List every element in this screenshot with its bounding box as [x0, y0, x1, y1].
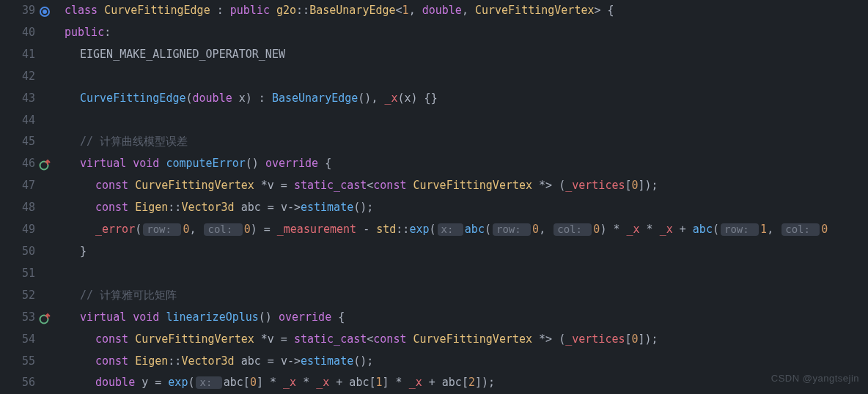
implements-icon[interactable]	[38, 4, 51, 18]
line-number[interactable]: 42	[0, 66, 51, 88]
svg-point-1	[43, 10, 46, 13]
token-pun: ();	[353, 201, 373, 214]
code-line[interactable]: virtual void computeError() override {	[65, 153, 868, 175]
token-op: ->	[287, 201, 301, 214]
token-ident: abc	[241, 354, 261, 368]
token-pun: (	[552, 332, 565, 346]
token-fn: abc	[465, 223, 485, 236]
code-line[interactable]: public:	[65, 22, 868, 44]
line-number[interactable]: 55	[0, 351, 51, 373]
line-number-gutter[interactable]: 394041424344454647484950515253545556	[0, 0, 57, 394]
token-pun: {}	[418, 92, 438, 105]
line-number[interactable]: 40	[0, 22, 51, 44]
token-field: _x	[384, 92, 397, 105]
line-number[interactable]: 51	[0, 263, 51, 285]
line-number[interactable]: 54	[0, 329, 51, 351]
line-number[interactable]: 41	[0, 44, 51, 66]
token-pun: [	[462, 376, 468, 389]
token-pun: ,	[189, 223, 202, 236]
token-pun: ,	[767, 223, 780, 236]
code-line[interactable]: _error(row: 0, col: 0) = _measurement - …	[65, 219, 868, 241]
token-type: CurveFittingVertex	[413, 179, 540, 192]
token-ident: v	[268, 332, 274, 346]
token-fn: exp	[409, 223, 429, 236]
token-kw: class	[65, 4, 104, 17]
code-line[interactable]	[65, 66, 868, 88]
code-line[interactable]: // 计算雅可比矩阵	[65, 285, 868, 307]
line-number[interactable]: 39	[0, 0, 51, 22]
token-ident: EIGEN_MAKE_ALIGNED_OPERATOR_NEW	[80, 48, 285, 61]
token-op: ,	[462, 4, 475, 17]
token-op: =	[148, 376, 168, 389]
token-kw: static_cast	[294, 332, 367, 346]
code-line[interactable]: class CurveFittingEdge : public g2o::Bas…	[65, 0, 868, 22]
token-kw: double	[422, 4, 462, 17]
token-kw: public	[65, 26, 104, 39]
token-pun: (	[135, 223, 141, 236]
code-line[interactable]: // 计算曲线模型误差	[65, 131, 868, 153]
code-line[interactable]: CurveFittingEdge(double x) : BaseUnaryEd…	[65, 88, 868, 110]
token-op: +	[673, 223, 693, 236]
token-scope: ::	[168, 354, 181, 368]
token-fn: abc	[693, 223, 713, 236]
code-line[interactable]: double y = exp(x: abc[0] * _x * _x + abc…	[65, 372, 868, 394]
token-op: *	[261, 332, 268, 346]
token-pun: (	[713, 223, 719, 236]
token-type: g2o	[276, 4, 296, 17]
token-op: *>	[539, 332, 552, 346]
token-op: +	[422, 376, 442, 389]
token-kw: override	[279, 311, 331, 324]
token-pun: ]);	[639, 179, 658, 192]
token-type: CurveFittingVertex	[475, 4, 595, 17]
line-number[interactable]: 49	[0, 219, 51, 241]
code-line[interactable]: const Eigen::Vector3d abc = v->estimate(…	[65, 351, 868, 373]
token-kw: const	[373, 332, 413, 346]
code-line[interactable]: EIGEN_MAKE_ALIGNED_OPERATOR_NEW	[65, 44, 868, 66]
code-line[interactable]	[65, 110, 868, 132]
token-pun: (	[398, 92, 405, 105]
override-up-icon[interactable]	[38, 157, 51, 171]
token-pun: ]);	[639, 332, 658, 346]
line-number[interactable]: 44	[0, 110, 51, 132]
token-field: _x	[283, 376, 296, 389]
token-pun: )	[411, 92, 418, 105]
token-ident: x	[405, 92, 411, 105]
code-line[interactable]: virtual void linearizeOplus() override {	[65, 307, 868, 329]
token-kw: const	[95, 354, 135, 368]
code-line[interactable]: const Eigen::Vector3d abc = v->estimate(…	[65, 197, 868, 219]
line-number[interactable]: 45	[0, 131, 51, 153]
svg-point-3	[40, 315, 48, 323]
token-op: ,	[371, 92, 384, 105]
token-kw: virtual	[80, 311, 133, 324]
inlay-hint: col:	[204, 223, 242, 236]
token-field: _x	[409, 376, 422, 389]
token-op: ,	[409, 4, 422, 17]
code-line[interactable]	[65, 263, 868, 285]
line-number[interactable]: 52	[0, 285, 51, 307]
code-line[interactable]: const CurveFittingVertex *v = static_cas…	[65, 329, 868, 351]
token-op: +	[329, 376, 349, 389]
token-pun: (	[485, 223, 491, 236]
override-up-icon[interactable]	[38, 311, 51, 324]
code-editor[interactable]: 394041424344454647484950515253545556 cla…	[0, 0, 868, 394]
line-number[interactable]: 46	[0, 153, 51, 175]
token-type: CurveFittingVertex	[413, 332, 540, 346]
token-type: Vector3d	[181, 201, 240, 214]
line-number[interactable]: 50	[0, 241, 51, 263]
token-pun: (	[188, 376, 194, 389]
token-fn: estimate	[301, 201, 353, 214]
line-number[interactable]: 56	[0, 372, 51, 394]
token-pun: ();	[353, 354, 373, 368]
token-kw: const	[373, 179, 413, 192]
token-kw: const	[95, 201, 135, 214]
code-area[interactable]: class CurveFittingEdge : public g2o::Bas…	[57, 0, 868, 394]
token-op: >	[595, 4, 601, 17]
line-number[interactable]: 47	[0, 175, 51, 197]
code-line[interactable]: const CurveFittingVertex *v = static_cas…	[65, 175, 868, 197]
token-op: =	[274, 179, 294, 192]
inlay-hint: row:	[143, 223, 181, 236]
line-number[interactable]: 43	[0, 88, 51, 110]
line-number[interactable]: 48	[0, 197, 51, 219]
line-number[interactable]: 53	[0, 307, 51, 329]
code-line[interactable]: }	[65, 241, 868, 263]
